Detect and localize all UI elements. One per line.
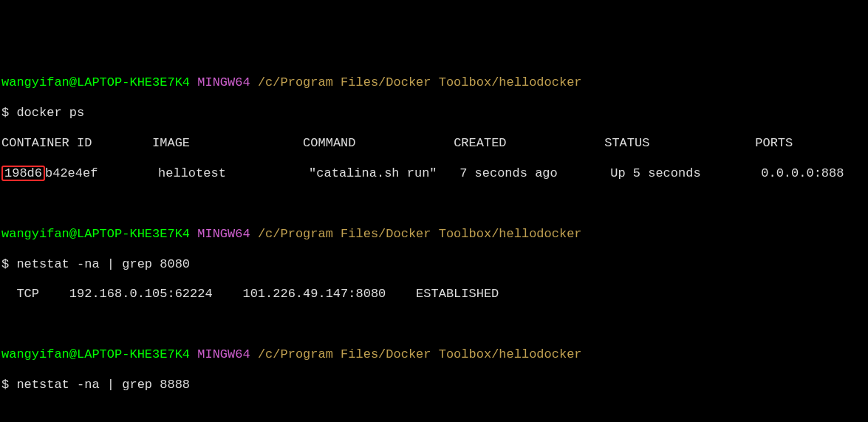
prompt-path: /c/Program Files/Docker Toolbox/hellodoc…: [258, 347, 582, 361]
blank-line: [1, 197, 867, 211]
ps-row: 198d6b42e4ef hellotest "catalina.sh run"…: [1, 166, 867, 181]
blank-line: [1, 408, 867, 422]
prompt-shell: MINGW64: [197, 227, 250, 241]
ps-header: CONTAINER ID IMAGE COMMAND CREATED STATU…: [1, 136, 867, 151]
prompt-user: wangyifan@LAPTOP-KHE3E7K4: [1, 347, 190, 361]
cmd-docker-ps: $ docker ps: [1, 106, 867, 120]
prompt-user: wangyifan@LAPTOP-KHE3E7K4: [1, 75, 190, 89]
prompt-user: wangyifan@LAPTOP-KHE3E7K4: [1, 227, 190, 241]
col-status: STATUS: [604, 136, 649, 150]
prompt-line: wangyifan@LAPTOP-KHE3E7K4 MINGW64 /c/Pro…: [1, 347, 867, 362]
cmd-netstat-8888: $ netstat -na | grep 8888: [1, 378, 867, 392]
ps-created: 7 seconds ago: [459, 166, 558, 180]
ps-command: "catalina.sh run": [309, 166, 437, 180]
col-container-id: CONTAINER ID: [1, 136, 92, 150]
ps-status: Up 5 seconds: [610, 166, 700, 180]
col-command: COMMAND: [303, 136, 355, 150]
prompt-shell: MINGW64: [197, 75, 250, 89]
col-image: IMAGE: [152, 136, 190, 150]
container-id-highlight: 198d6: [1, 166, 45, 181]
blank-line: [1, 317, 867, 332]
prompt-shell: MINGW64: [197, 347, 250, 361]
prompt-line: wangyifan@LAPTOP-KHE3E7K4 MINGW64 /c/Pro…: [1, 227, 867, 242]
col-ports: PORTS: [755, 136, 793, 150]
cmd-netstat-8080: $ netstat -na | grep 8080: [1, 257, 867, 272]
ps-ports: 0.0.0.0:888: [761, 166, 844, 180]
netstat-8080-output: TCP 192.168.0.105:62224 101.226.49.147:8…: [1, 287, 867, 302]
prompt-path: /c/Program Files/Docker Toolbox/hellodoc…: [258, 227, 582, 241]
container-id-rest: b42e4ef: [45, 166, 98, 180]
ps-image: hellotest: [158, 166, 226, 180]
col-created: CREATED: [454, 136, 506, 150]
prompt-line: wangyifan@LAPTOP-KHE3E7K4 MINGW64 /c/Pro…: [1, 75, 867, 90]
prompt-path: /c/Program Files/Docker Toolbox/hellodoc…: [258, 75, 582, 89]
terminal-window[interactable]: wangyifan@LAPTOP-KHE3E7K4 MINGW64 /c/Pro…: [0, 61, 868, 422]
